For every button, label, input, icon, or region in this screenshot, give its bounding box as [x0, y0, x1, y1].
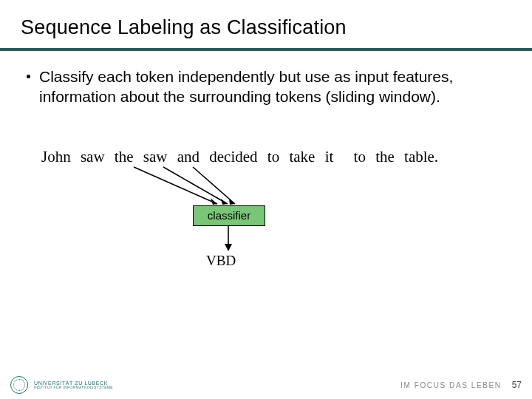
footer-tagline: IM FOCUS DAS LEBEN — [400, 381, 502, 389]
svg-line-2 — [163, 167, 228, 204]
svg-marker-5 — [229, 199, 235, 205]
token: and — [177, 148, 200, 166]
token: it — [325, 148, 334, 166]
institute-name: INSTITUT FÜR INFORMATIONSSYSTEME — [34, 386, 113, 389]
bullet-text: Classify each token independently but us… — [39, 67, 468, 107]
classifier-box: classifier — [193, 205, 265, 226]
bullet-item: Classify each token independently but us… — [27, 67, 505, 107]
footer: UNIVERSITÄT ZU LÜBECK INSTITUT FÜR INFOR… — [0, 375, 532, 399]
token: saw — [81, 148, 105, 166]
token: to — [354, 148, 366, 166]
svg-line-4 — [193, 167, 235, 204]
token: decided — [209, 148, 257, 166]
arrows-svg — [27, 148, 532, 303]
example-sentence: John saw the saw and decided to take it … — [41, 148, 505, 166]
token: the — [375, 148, 395, 166]
token: table. — [404, 148, 438, 166]
diagram: John saw the saw and decided to take it … — [27, 148, 505, 303]
svg-marker-7 — [225, 244, 232, 251]
output-tag: VBD — [206, 253, 236, 269]
svg-line-0 — [134, 167, 217, 204]
token: the — [115, 148, 134, 166]
page-number: 57 — [512, 380, 522, 390]
slide-title: Sequence Labeling as Classification — [0, 0, 532, 45]
svg-marker-1 — [211, 198, 217, 205]
bullet-dot-icon — [27, 75, 30, 78]
footer-logo-block: UNIVERSITÄT ZU LÜBECK INSTITUT FÜR INFOR… — [10, 376, 113, 394]
token: saw — [143, 148, 168, 166]
token: take — [289, 148, 315, 166]
token: John — [41, 148, 71, 166]
university-seal-icon — [10, 376, 28, 394]
svg-marker-3 — [221, 199, 228, 205]
token: to — [267, 148, 279, 166]
